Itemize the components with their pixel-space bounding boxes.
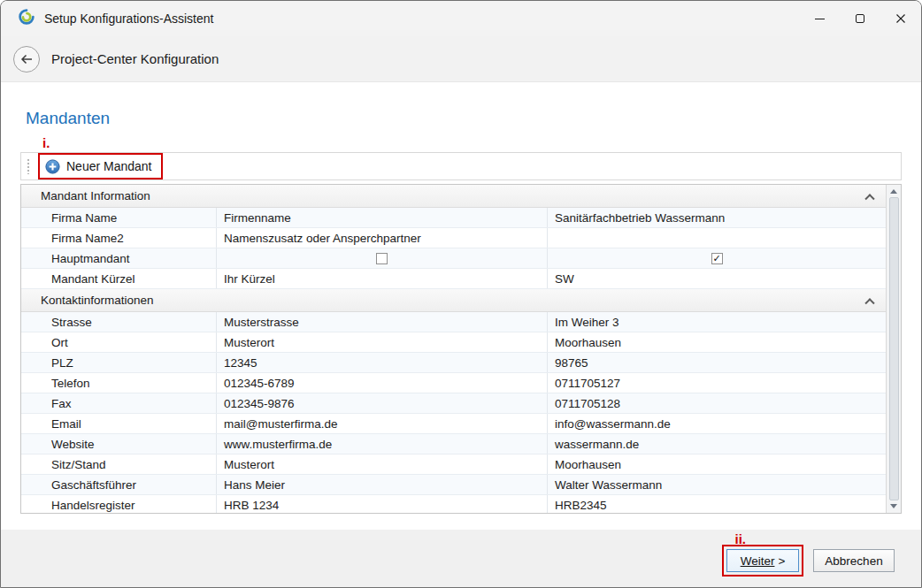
cell-right[interactable]: 0711705127: [548, 373, 886, 393]
cell-left: [217, 248, 548, 268]
maximize-button[interactable]: [840, 1, 880, 36]
row-label: Ort: [21, 332, 217, 352]
section-header[interactable]: Kontaktinformationen: [21, 289, 886, 312]
cell-right[interactable]: HRB2345: [548, 495, 886, 513]
back-arrow-icon: [20, 54, 33, 65]
annotation-step-ii: ii.: [734, 532, 746, 546]
minimize-button[interactable]: [799, 1, 840, 36]
plus-circle-icon: [45, 159, 60, 174]
grid-row: PLZ1234598765: [21, 353, 886, 373]
grid-row: Sitz/StandMusterortMoorhausen: [21, 454, 886, 475]
new-mandant-button[interactable]: Neuer Mandant: [45, 159, 152, 174]
weiter-button[interactable]: Weiter >: [726, 549, 799, 572]
minimize-icon: [815, 19, 825, 19]
grid-row: Firma Name2Namenszusatz oder Ansperchpar…: [21, 228, 886, 248]
grid-row: Emailmail@musterfirma.deinfo@wassermann.…: [21, 414, 886, 434]
window-controls: [799, 1, 921, 36]
cell-left[interactable]: Namenszusatz oder Ansperchpartner: [217, 228, 548, 248]
grid-row: Hauptmandant✓: [21, 248, 886, 269]
scroll-up-icon[interactable]: [890, 189, 897, 194]
grid-row: Websitewww.musterfirma.dewassermann.de: [21, 434, 886, 454]
cell-left[interactable]: Hans Meier: [217, 475, 548, 494]
cell-right[interactable]: 0711705128: [548, 393, 886, 413]
chevron-up-icon[interactable]: [864, 194, 874, 203]
property-grid-rows: Mandant InformationFirma NameFirmennameS…: [21, 185, 886, 513]
grid-row: Fax012345-98760711705128: [21, 393, 886, 414]
cell-left[interactable]: 012345-9876: [217, 393, 548, 413]
cell-right[interactable]: Im Weiher 3: [548, 312, 886, 332]
back-button[interactable]: [13, 46, 40, 73]
cell-right[interactable]: info@wassermann.de: [548, 414, 886, 433]
cell-left[interactable]: HRB 1234: [217, 495, 548, 513]
grid-row: HandelsregisterHRB 1234HRB2345: [21, 495, 886, 513]
cell-left[interactable]: Firmenname: [217, 208, 548, 227]
section-header[interactable]: Mandant Information: [21, 185, 886, 208]
cell-right: ✓: [548, 248, 886, 268]
row-label: Sitz/Stand: [21, 454, 217, 474]
grid-row: Firma NameFirmennameSanitärfachbetrieb W…: [21, 208, 886, 228]
new-mandant-label: Neuer Mandant: [66, 159, 152, 173]
section-title: Mandant Information: [41, 189, 150, 202]
checkbox-checked[interactable]: ✓: [711, 253, 723, 264]
cell-right[interactable]: wassermann.de: [548, 434, 886, 454]
cell-left[interactable]: Musterort: [217, 332, 548, 352]
page-header-title: Project-Center Konfiguration: [51, 51, 219, 66]
row-label: Mandant Kürzel: [21, 269, 217, 288]
row-label: Email: [21, 414, 217, 433]
cell-right[interactable]: Moorhausen: [548, 332, 886, 352]
chevron-up-icon[interactable]: [864, 298, 874, 308]
grid-row: GaschäftsführerHans MeierWalter Wasserma…: [21, 475, 886, 495]
row-label: PLZ: [21, 353, 217, 372]
cell-right[interactable]: 98765: [548, 353, 886, 372]
window-title: Setup Konfigurations-Assistent: [44, 11, 213, 26]
row-label: Handelsregister: [21, 495, 217, 513]
wizard-window: Setup Konfigurations-Assistent Project-C…: [0, 0, 922, 588]
annotation-highlight-i: Neuer Mandant: [38, 153, 163, 179]
grid-row: OrtMusterortMoorhausen: [21, 332, 886, 353]
checkbox-unchecked[interactable]: [376, 253, 388, 264]
grid-row: Telefon012345-67890711705127: [21, 373, 886, 393]
cell-left[interactable]: 12345: [217, 353, 548, 372]
close-button[interactable]: [880, 1, 921, 36]
cell-left[interactable]: 012345-6789: [217, 373, 548, 393]
abbrechen-button[interactable]: Abbrechen: [813, 549, 895, 572]
property-grid: Mandant InformationFirma NameFirmennameS…: [20, 184, 902, 514]
app-logo-icon: [19, 9, 35, 28]
toolbar: Neuer Mandant: [20, 152, 902, 180]
cell-left[interactable]: Musterort: [217, 454, 548, 474]
row-label: Telefon: [21, 373, 217, 393]
cell-right[interactable]: Walter Wassermann: [548, 475, 886, 494]
cell-right[interactable]: Moorhausen: [548, 454, 886, 474]
cell-right[interactable]: Sanitärfachbetrieb Wassermann: [548, 208, 886, 227]
cell-left[interactable]: Ihr Kürzel: [217, 269, 548, 288]
cell-left[interactable]: www.musterfirma.de: [217, 434, 548, 454]
scroll-down-icon[interactable]: [890, 504, 897, 508]
weiter-label: Weiter: [741, 554, 775, 568]
content-area: Mandanten i. Neuer Mandant: [1, 82, 921, 530]
cell-left[interactable]: Musterstrasse: [217, 312, 548, 332]
row-label: Website: [21, 434, 217, 454]
scrollbar-thumb[interactable]: [889, 197, 899, 500]
row-label: Gaschäftsführer: [21, 475, 217, 494]
section-title: Kontaktinformationen: [41, 294, 154, 307]
page-title: Mandanten: [26, 109, 921, 128]
row-label: Fax: [21, 393, 217, 413]
maximize-icon: [856, 14, 864, 23]
cell-right[interactable]: SW: [548, 269, 886, 288]
cell-left[interactable]: mail@musterfirma.de: [217, 414, 548, 433]
grid-row: StrasseMusterstrasseIm Weiher 3: [21, 312, 886, 332]
footer-buttons: Weiter > Abbrechen: [722, 545, 895, 577]
row-label: Firma Name2: [21, 228, 217, 248]
titlebar: Setup Konfigurations-Assistent: [1, 1, 921, 36]
wizard-header: Project-Center Konfiguration: [1, 36, 921, 82]
cell-right[interactable]: [548, 228, 886, 248]
vertical-scrollbar[interactable]: [886, 185, 901, 513]
row-label: Firma Name: [21, 208, 217, 227]
annotation-highlight-ii: Weiter >: [722, 545, 803, 577]
annotation-step-i: i.: [42, 136, 921, 149]
row-label: Strasse: [21, 312, 217, 332]
grid-row: Mandant KürzelIhr KürzelSW: [21, 269, 886, 289]
row-label: Hauptmandant: [21, 248, 217, 268]
toolbar-grip-icon[interactable]: [27, 158, 31, 174]
footer: ii. Weiter > Abbrechen: [1, 530, 921, 587]
